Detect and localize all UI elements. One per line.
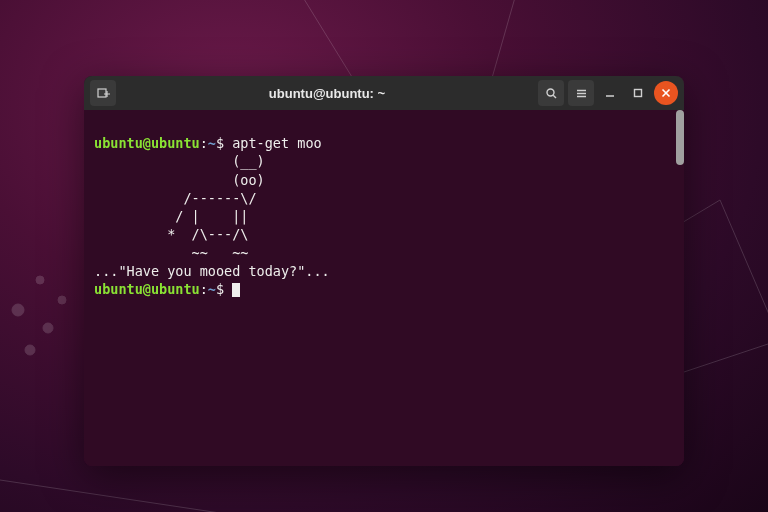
minimize-button[interactable] bbox=[598, 81, 622, 105]
svg-point-3 bbox=[43, 323, 53, 333]
minimize-icon bbox=[604, 87, 616, 99]
maximize-button[interactable] bbox=[626, 81, 650, 105]
svg-point-4 bbox=[25, 345, 35, 355]
prompt-colon: : bbox=[200, 281, 208, 297]
prompt-line-2: ubuntu@ubuntu:~$ bbox=[94, 281, 240, 297]
svg-point-5 bbox=[58, 296, 66, 304]
search-icon bbox=[545, 87, 558, 100]
search-button[interactable] bbox=[538, 80, 564, 106]
svg-rect-8 bbox=[98, 89, 106, 97]
terminal-body[interactable]: ubuntu@ubuntu:~$ apt-get moo (__) (oo) /… bbox=[84, 110, 684, 466]
prompt-path: ~ bbox=[208, 135, 216, 151]
menu-button[interactable] bbox=[568, 80, 594, 106]
new-tab-icon bbox=[96, 86, 110, 100]
titlebar[interactable]: ubuntu@ubuntu: ~ bbox=[84, 76, 684, 110]
close-button[interactable] bbox=[654, 81, 678, 105]
output-line: * /\---/\ bbox=[94, 226, 257, 242]
output-line: ~~ ~~ bbox=[94, 245, 273, 261]
prompt-user-host: ubuntu@ubuntu bbox=[94, 281, 200, 297]
output-line: (__) bbox=[94, 153, 273, 169]
prompt-colon: : bbox=[200, 135, 208, 151]
close-icon bbox=[661, 88, 671, 98]
prompt-symbol: $ bbox=[216, 135, 224, 151]
output-line: (oo) bbox=[94, 172, 273, 188]
command-1: apt-get moo bbox=[232, 135, 321, 151]
scrollbar[interactable] bbox=[676, 110, 684, 165]
svg-rect-17 bbox=[635, 90, 642, 97]
menu-icon bbox=[575, 87, 588, 100]
output-line: ..."Have you mooed today?"... bbox=[94, 263, 330, 279]
output-line: /------\/ bbox=[94, 190, 265, 206]
new-tab-button[interactable] bbox=[90, 80, 116, 106]
prompt-line-1: ubuntu@ubuntu:~$ apt-get moo bbox=[94, 135, 322, 151]
maximize-icon bbox=[632, 87, 644, 99]
prompt-user-host: ubuntu@ubuntu bbox=[94, 135, 200, 151]
terminal-window: ubuntu@ubuntu: ~ ubuntu@ubuntu:~$ apt-ge… bbox=[84, 76, 684, 466]
output-line: / | || bbox=[94, 208, 273, 224]
prompt-symbol: $ bbox=[216, 281, 224, 297]
prompt-path: ~ bbox=[208, 281, 216, 297]
window-title: ubuntu@ubuntu: ~ bbox=[122, 86, 532, 101]
cursor bbox=[232, 283, 240, 297]
svg-point-11 bbox=[547, 89, 554, 96]
svg-line-12 bbox=[553, 95, 556, 98]
svg-point-2 bbox=[12, 304, 24, 316]
svg-point-6 bbox=[36, 276, 44, 284]
svg-line-7 bbox=[0, 480, 400, 512]
